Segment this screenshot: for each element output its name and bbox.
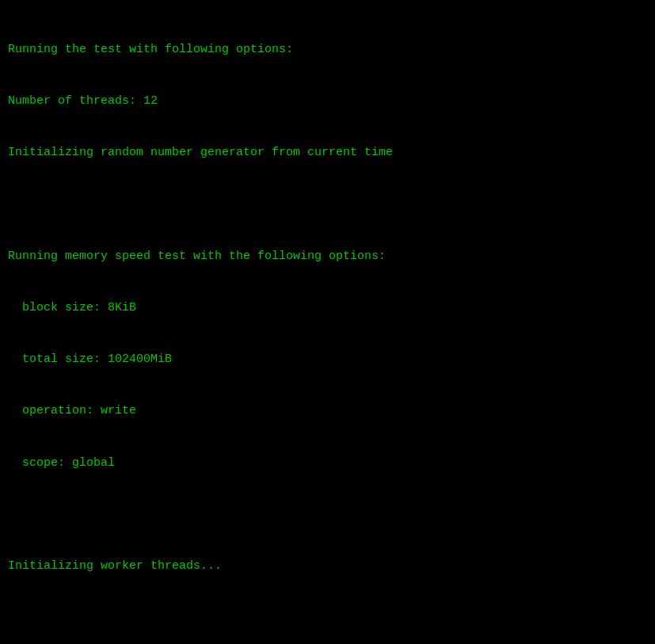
empty-line-2 bbox=[8, 506, 647, 524]
line-9: scope: global bbox=[8, 455, 647, 472]
line-2: Number of threads: 12 bbox=[8, 93, 647, 110]
line-6: block size: 8KiB bbox=[8, 299, 647, 317]
line-5: Running memory speed test with the follo… bbox=[8, 248, 647, 265]
empty-line-1 bbox=[8, 196, 647, 213]
line-7: total size: 102400MiB bbox=[8, 351, 647, 368]
empty-line-3 bbox=[8, 609, 647, 627]
terminal-output: Running the test with following options:… bbox=[8, 6, 647, 644]
line-11: Initializing worker threads... bbox=[8, 558, 647, 575]
line-8: operation: write bbox=[8, 402, 647, 420]
line-3: Initializing random number generator fro… bbox=[8, 144, 647, 162]
line-1: Running the test with following options: bbox=[8, 41, 647, 59]
